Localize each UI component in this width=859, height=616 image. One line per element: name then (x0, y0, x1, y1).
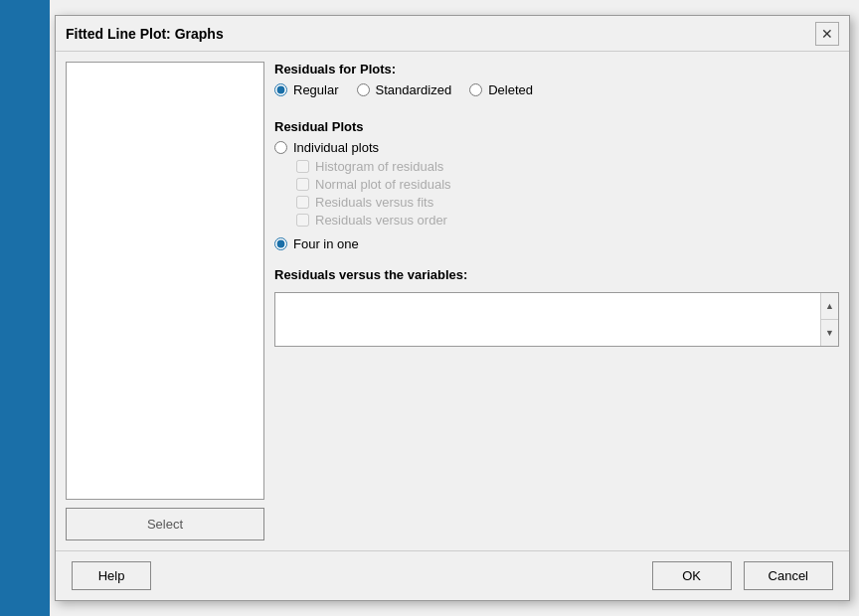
checkbox-row-versus-order: Residuals versus order (296, 213, 839, 228)
radio-row-regular: Regular (274, 82, 339, 97)
select-button[interactable]: Select (66, 508, 264, 540)
checkbox-histogram[interactable] (296, 160, 309, 173)
checkbox-row-histogram: Histogram of residuals (296, 159, 839, 174)
checkbox-row-normal: Normal plot of residuals (296, 177, 839, 192)
radio-deleted-label: Deleted (488, 82, 533, 97)
radio-row-deleted: Deleted (469, 82, 533, 97)
variables-vs-box: ▲ ▼ (274, 292, 839, 347)
dialog-titlebar: Fitted Line Plot: Graphs ✕ (56, 16, 849, 52)
residuals-type-radio-group: Regular Standardized Deleted (274, 82, 839, 101)
ok-button[interactable]: OK (652, 561, 732, 590)
scroll-down-button[interactable]: ▼ (821, 320, 838, 346)
checkbox-histogram-label: Histogram of residuals (315, 159, 443, 174)
residuals-for-plots-section: Residuals for Plots: Regular Standardize… (274, 62, 839, 107)
checkbox-versus-fits-label: Residuals versus fits (315, 195, 433, 210)
footer-center-buttons: OK Cancel (652, 561, 833, 590)
variables-vs-section: Residuals versus the variables: ▲ ▼ (274, 267, 839, 347)
variables-list-box (66, 62, 264, 500)
radio-regular-label: Regular (293, 82, 339, 97)
radio-deleted[interactable] (469, 83, 482, 96)
radio-individual-label: Individual plots (293, 140, 379, 155)
radio-standardized-label: Standardized (376, 82, 452, 97)
dialog-body: Select Residuals for Plots: Regular Stan… (56, 52, 849, 550)
checkbox-row-versus-fits: Residuals versus fits (296, 195, 839, 210)
residual-plots-label: Residual Plots (274, 119, 839, 134)
radio-row-individual: Individual plots (274, 140, 839, 155)
residual-plots-section: Residual Plots Individual plots Histogra… (274, 119, 839, 255)
left-panel: Select (66, 62, 264, 540)
variables-vs-label: Residuals versus the variables: (274, 267, 839, 282)
checkbox-versus-order-label: Residuals versus order (315, 213, 447, 228)
dialog-footer: Help OK Cancel (56, 550, 849, 600)
scrollbar: ▲ ▼ (820, 293, 838, 346)
radio-regular[interactable] (274, 83, 287, 96)
radio-four-in-one-label: Four in one (293, 236, 359, 251)
radio-four-in-one[interactable] (274, 237, 287, 250)
radio-individual[interactable] (274, 141, 287, 154)
dialog-close-button[interactable]: ✕ (815, 22, 839, 46)
individual-plots-options: Histogram of residuals Normal plot of re… (274, 159, 839, 231)
dialog-title: Fitted Line Plot: Graphs (66, 26, 224, 42)
checkbox-normal-label: Normal plot of residuals (315, 177, 451, 192)
radio-row-four-in-one: Four in one (274, 236, 839, 251)
radio-standardized[interactable] (357, 83, 370, 96)
residuals-for-plots-label: Residuals for Plots: (274, 62, 839, 77)
fitted-line-plot-graphs-dialog: Fitted Line Plot: Graphs ✕ Select Residu… (55, 15, 850, 601)
checkbox-normal[interactable] (296, 178, 309, 191)
cancel-button[interactable]: Cancel (744, 561, 833, 590)
help-button[interactable]: Help (72, 561, 151, 590)
app-sidebar (0, 0, 50, 616)
checkbox-versus-fits[interactable] (296, 196, 309, 209)
radio-row-standardized: Standardized (357, 82, 452, 97)
scroll-up-button[interactable]: ▲ (821, 293, 838, 320)
checkbox-versus-order[interactable] (296, 214, 309, 227)
right-panel: Residuals for Plots: Regular Standardize… (274, 62, 839, 540)
